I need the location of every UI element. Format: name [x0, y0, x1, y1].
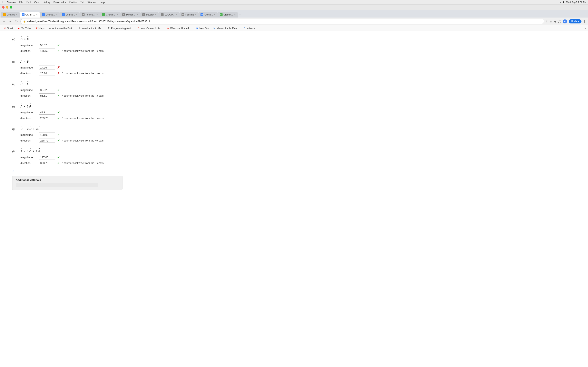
bookmark-careerup[interactable]: C Your CareerUp Ac... [135, 26, 164, 30]
problem-g-label: (g) → C − 2 → D + 3 → F [12, 125, 151, 131]
new-tab-button[interactable]: + [238, 13, 242, 17]
problem-e-label: (e) → D − → F [12, 80, 151, 86]
magnitude-input-e[interactable] [39, 88, 55, 92]
tab-label-course1: Course... [46, 13, 55, 16]
menubar-right: ≈ ▮ Wed Sep 7 7:52 PM [560, 1, 586, 3]
bookmark-icon[interactable]: ☆ [550, 20, 553, 23]
magnitude-input-h[interactable] [39, 155, 55, 159]
magnitude-input-f[interactable] [39, 110, 55, 115]
tab-favicon-course1: C [42, 13, 45, 16]
update-button[interactable]: Update [569, 19, 581, 24]
menu-bar:  Chrome File Edit View History Bookmark… [0, 0, 588, 4]
bookmark-gmail[interactable]: M Gmail [2, 26, 15, 30]
menu-chrome[interactable]: Chrome [7, 1, 16, 4]
menu-view[interactable]: View [34, 1, 39, 4]
sidebar-icon[interactable]: ◯ [558, 20, 561, 23]
problem-c-label: (c) → D + → F [12, 35, 151, 41]
tab-close-ch2h[interactable]: ✕ [36, 13, 38, 16]
tab-favicon-gramm2: G [220, 13, 223, 16]
direction-input-h[interactable] [39, 161, 55, 165]
menu-help[interactable]: Help [100, 1, 105, 4]
tab-homeless[interactable]: H Homele... ✕ [80, 12, 100, 17]
tab-close-gramm2[interactable]: ✕ [234, 13, 236, 16]
minimize-button[interactable] [6, 6, 8, 8]
bookmark-label-newtab: New Tab [199, 27, 209, 30]
welcome-icon: W [167, 27, 169, 30]
bookmarks-more-button[interactable]: » [585, 27, 586, 30]
problem-f-equation: → A + 2 → F [20, 103, 31, 108]
tab-gramm2[interactable]: G Gramm... ✕ [218, 12, 238, 17]
share-icon[interactable]: ⇧ [546, 20, 548, 23]
intro-math-icon: I [78, 27, 81, 30]
tab-course1[interactable]: C Course... ✕ [40, 12, 60, 17]
bookmark-newtab[interactable]: ▣ New Tab [194, 26, 210, 30]
problem-f-magnitude-row: magnitude ✓ [20, 110, 151, 115]
menu-file[interactable]: File [19, 1, 23, 4]
bookmark-youtube[interactable]: ▶ YouTube [16, 26, 32, 30]
menu-bookmarks[interactable]: Bookmarks [53, 1, 66, 4]
tab-favicon-ch2h: W [22, 13, 25, 16]
direction-input-e[interactable] [39, 93, 55, 98]
tab-close-course1[interactable]: ✕ [56, 13, 58, 16]
menu-edit[interactable]: Edit [26, 1, 31, 4]
tab-close-course2[interactable]: ✕ [76, 13, 78, 16]
problem-e-direction-row: direction ✓ ° counterclockwise from the … [20, 93, 151, 98]
bookmark-maps[interactable]: 📌 Maps [33, 26, 46, 30]
tab-ch2h[interactable]: W Ch. 2 H... ✕ [20, 12, 40, 17]
direction-unit-h: ° counterclockwise from the +x-axis [62, 161, 104, 165]
bookmark-label-youtube: YouTube [21, 27, 31, 30]
back-button[interactable]: ← [2, 20, 7, 23]
addressbar-right-controls: ⇧ ☆ ◆ ◯ R Update ⋮ [546, 19, 586, 24]
direction-input-c[interactable] [39, 49, 55, 53]
maximize-button[interactable] [10, 6, 12, 8]
tab-course2[interactable]: C Course... ✕ [60, 12, 80, 17]
tab-close-content[interactable]: ✕ [16, 13, 17, 16]
close-button[interactable] [2, 6, 4, 8]
url-bar[interactable]: 🔒 webassign.net/web/Student/Assignment-R… [20, 19, 544, 24]
menu-history[interactable]: History [43, 1, 50, 4]
apple-menu[interactable]:  [2, 1, 3, 4]
tab-close-logout[interactable]: ✕ [176, 13, 177, 16]
tab-poverty[interactable]: P Poverty ✕ [140, 12, 159, 17]
tab-gramm1[interactable]: G Gramm... ✕ [100, 12, 120, 17]
problem-f-label: (f) → A + 2 → F [12, 103, 151, 108]
bookmark-intro-math[interactable]: I Introduction to Ma... [76, 26, 105, 30]
bookmark-macro[interactable]: M Macro: Public Fina... [211, 26, 241, 30]
tab-housing[interactable]: H Housing ✕ [180, 12, 199, 17]
menu-profiles[interactable]: Profiles [69, 1, 77, 4]
reload-button[interactable]: ↻ [14, 20, 19, 23]
tab-content[interactable]: C Content ✕ [1, 12, 20, 17]
direction-input-f[interactable] [39, 116, 55, 120]
tab-close-untitled[interactable]: ✕ [214, 13, 216, 16]
forward-button[interactable]: → [8, 20, 13, 23]
tab-close-paraph[interactable]: ✕ [136, 13, 138, 16]
bookmark-programming[interactable]: P Programming Assi... [106, 26, 135, 30]
tab-close-homeless[interactable]: ✕ [96, 13, 98, 16]
macro-icon: M [213, 27, 216, 30]
menu-dots-icon[interactable]: ⋮ [583, 20, 586, 23]
problem-h-label: (h) → A − 4 → D + 2 → F [12, 148, 151, 153]
magnitude-input-c[interactable] [39, 43, 55, 47]
menu-window[interactable]: Window [87, 1, 96, 4]
magnitude-input-g[interactable] [39, 133, 55, 137]
tab-paraph[interactable]: P Paraph... ✕ [120, 12, 140, 17]
bookmark-welcome[interactable]: W Welcome Home L... [165, 26, 193, 30]
bookmark-automate[interactable]: A Automate the Bori... [47, 26, 76, 30]
bookmark-science[interactable]: S science [242, 26, 257, 30]
tab-logout[interactable]: L LOGOU... ✕ [159, 12, 180, 17]
tab-close-poverty[interactable]: ✕ [155, 13, 156, 16]
tab-untitled[interactable]: U Untitle... ✕ [199, 12, 217, 17]
tab-close-housing[interactable]: ✕ [195, 13, 196, 16]
magnitude-input-d[interactable] [39, 65, 55, 70]
direction-input-d[interactable] [39, 71, 55, 75]
tab-close-gramm1[interactable]: ✕ [116, 13, 118, 16]
wifi-icon: ≈ [560, 1, 561, 3]
magnitude-check-h: ✓ [57, 155, 60, 159]
direction-label-e: direction [20, 94, 37, 97]
extensions-icon[interactable]: ◆ [554, 20, 556, 23]
tab-favicon-untitled: U [200, 13, 203, 16]
profile-icon[interactable]: R [563, 19, 567, 24]
direction-input-g[interactable] [39, 138, 55, 143]
direction-check-d: ✗ [57, 71, 60, 75]
menu-tab[interactable]: Tab [80, 1, 84, 4]
